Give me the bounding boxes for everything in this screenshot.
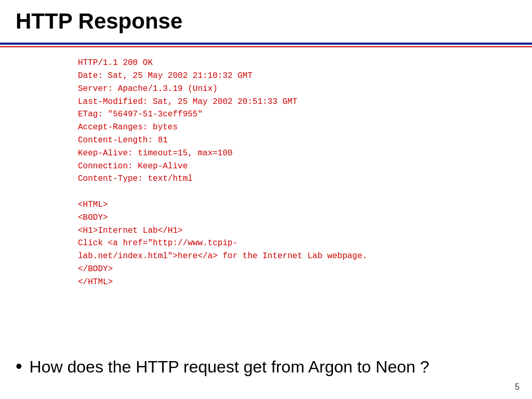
code-line-5: ETag: "56497-51-3ceff955" (78, 108, 516, 121)
bullet-dot: • (16, 357, 22, 376)
code-line-9: Connection: Keep-Alive (78, 160, 516, 173)
bullet-text: How does the HTTP request get from Argon… (30, 356, 430, 378)
code-line-14b: lab.net/index.html">here</a> for the Int… (78, 250, 516, 263)
code-line-empty1 (78, 185, 516, 198)
content-area: HTTP/1.1 200 OK Date: Sat, 25 May 2002 2… (0, 47, 532, 294)
code-line-15: </BODY> (78, 263, 516, 276)
code-line-13: <H1>Internet Lab</H1> (78, 224, 516, 237)
code-line-14: Click <a href="http://www.tcpip- (78, 237, 516, 250)
code-line-11: <HTML> (78, 198, 516, 211)
slide: HTTP Response HTTP/1.1 200 OK Date: Sat,… (0, 0, 532, 399)
header-section: HTTP Response (0, 0, 532, 43)
slide-number: 5 (515, 382, 520, 392)
slide-title: HTTP Response (16, 9, 516, 33)
code-line-7: Content-Length: 81 (78, 134, 516, 147)
code-line-12: <BODY> (78, 211, 516, 224)
code-line-1: HTTP/1.1 200 OK (78, 57, 516, 70)
code-block: HTTP/1.1 200 OK Date: Sat, 25 May 2002 2… (78, 57, 516, 288)
code-line-2: Date: Sat, 25 May 2002 21:10:32 GMT (78, 70, 516, 83)
code-line-6: Accept-Ranges: bytes (78, 121, 516, 134)
code-line-16: </HTML> (78, 276, 516, 289)
bullet-item: • How does the HTTP request get from Arg… (16, 356, 516, 378)
code-line-8: Keep-Alive: timeout=15, max=100 (78, 147, 516, 160)
bullet-section: • How does the HTTP request get from Arg… (0, 356, 532, 378)
header-divider-blue (0, 43, 532, 45)
code-line-3: Server: Apache/1.3.19 (Unix) (78, 83, 516, 96)
code-line-10: Content-Type: text/html (78, 172, 516, 185)
code-line-4: Last-Modified: Sat, 25 May 2002 20:51:33… (78, 96, 516, 109)
